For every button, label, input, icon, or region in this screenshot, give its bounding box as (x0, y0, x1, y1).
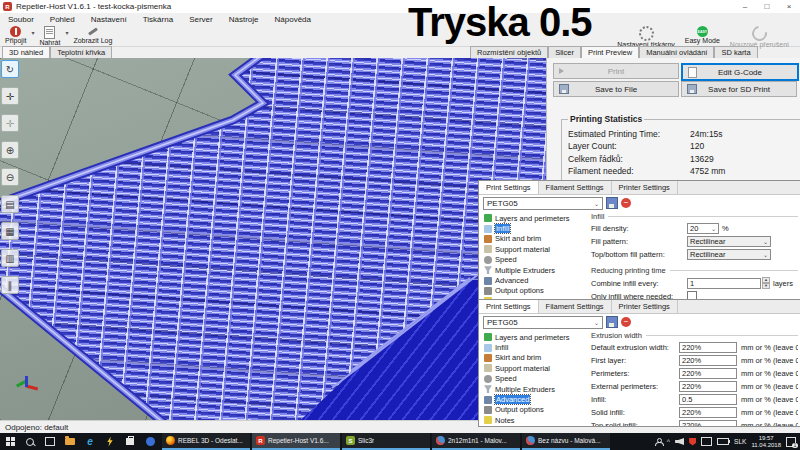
menu-soubor[interactable]: Soubor (0, 15, 42, 24)
task-view-icon[interactable] (40, 433, 60, 450)
fill-pattern-select[interactable]: Rectilinear ⌄ (687, 236, 771, 247)
save-preset-icon[interactable] (606, 316, 618, 328)
save-preset-icon[interactable] (606, 197, 618, 209)
tab-print-settings[interactable]: Print Settings (479, 181, 539, 194)
volume-icon[interactable] (675, 438, 684, 445)
taskbar-repetier-host[interactable]: R Repetier-Host V1.6... (252, 433, 340, 450)
tab-printer-settings[interactable]: Printer Settings (612, 181, 678, 194)
close-button[interactable]: × (778, 2, 800, 11)
spinner-buttons[interactable]: ▲ ▼ (762, 277, 770, 289)
tree-item-support[interactable]: Support material (484, 363, 590, 373)
tab-print-settings[interactable]: Print Settings (479, 300, 539, 313)
menu-tiskarna[interactable]: Tiskárna (135, 15, 181, 24)
show-hidden-icons[interactable]: ^ (667, 438, 670, 445)
tree-item-extruders[interactable]: Multiple Extruders (484, 265, 590, 275)
tab-manual-control[interactable]: Manuální ovládání (639, 46, 714, 58)
tree-item-layers[interactable]: Layers and perimeters (484, 213, 590, 223)
tool-move-object-button[interactable]: ✛ (1, 114, 19, 132)
menu-nastroje[interactable]: Nástroje (221, 15, 267, 24)
tree-item-output[interactable]: Output options (484, 405, 590, 415)
battery-icon[interactable] (717, 438, 729, 445)
menu-server[interactable]: Server (181, 15, 221, 24)
infill-width-input[interactable]: 0.5 (679, 394, 737, 405)
tab-sd-card[interactable]: SD karta (714, 46, 757, 58)
tree-item-extruders[interactable]: Multiple Extruders (484, 384, 590, 394)
tab-3d-view[interactable]: 3D náhled (2, 46, 50, 58)
tool-move-button[interactable]: ✛ (1, 87, 19, 105)
taskbar-paint-1[interactable]: 2n12m1n1 - Malov... (432, 433, 520, 450)
preset-select[interactable]: PETG05 ⌄ (483, 316, 603, 329)
tree-item-skirt[interactable]: Skirt and brim (484, 353, 590, 363)
save-to-file-button[interactable]: Save to File (553, 81, 679, 97)
notification-center-icon[interactable]: 1 (786, 437, 796, 447)
display-icon[interactable] (701, 437, 712, 446)
external-perimeters-input[interactable]: 220% (679, 381, 737, 392)
taskbar-slic3r[interactable]: S Slic3r (342, 433, 430, 450)
antivirus-icon[interactable] (689, 438, 696, 446)
tree-item-infill[interactable]: Infill (484, 223, 590, 233)
fill-density-combo[interactable]: 20 ⌄ (687, 223, 719, 234)
menu-pohled[interactable]: Pohled (42, 15, 83, 24)
tree-item-skirt[interactable]: Skirt and brim (484, 234, 590, 244)
tab-object-placement[interactable]: Rozmístění objektů (470, 46, 548, 58)
preset-select[interactable]: PETG05 ⌄ (483, 197, 603, 210)
tool-fit-view-button[interactable]: ∥ (1, 276, 19, 294)
tree-item-layers[interactable]: Layers and perimeters (484, 332, 590, 342)
delete-preset-icon[interactable]: − (621, 317, 631, 327)
language-indicator[interactable]: SLK (734, 438, 746, 445)
load-button[interactable]: Nahrát (34, 25, 65, 46)
winamp-icon[interactable] (100, 433, 120, 450)
tab-slicer[interactable]: Slicer (548, 46, 581, 58)
clock[interactable]: 19:57 11.04.2018 (751, 435, 781, 449)
search-icon[interactable] (20, 433, 40, 450)
pinned-app-icon[interactable] (140, 433, 160, 450)
tool-zoom-out-button[interactable]: ⊖ (1, 168, 19, 186)
tool-isometric-view-button[interactable]: ▤ (1, 195, 19, 213)
combine-infill-input[interactable]: 1 (687, 278, 761, 289)
tree-item-infill[interactable]: Infill (484, 342, 590, 352)
tree-item-advanced[interactable]: Advanced (484, 394, 590, 404)
people-icon[interactable] (655, 438, 662, 445)
tool-zoom-in-button[interactable]: ⊕ (1, 141, 19, 159)
edit-gcode-button[interactable]: Edit G-Code (681, 63, 799, 81)
taskbar-paint-2[interactable]: Bez názvu - Malová... (522, 433, 610, 450)
delete-preset-icon[interactable]: − (621, 198, 631, 208)
tree-item-speed[interactable]: Speed (484, 255, 590, 265)
file-explorer-icon[interactable] (60, 433, 80, 450)
show-log-button[interactable]: Zobrazit Log (68, 25, 117, 44)
tree-item-speed[interactable]: Speed (484, 374, 590, 384)
tree-item-notes[interactable]: Notes (484, 415, 590, 425)
edge-icon[interactable]: e (80, 433, 100, 450)
minimize-button[interactable]: – (734, 2, 756, 11)
maximize-button[interactable]: □ (756, 2, 778, 11)
easy-mode-button[interactable]: EASY Easy Mode (680, 25, 725, 44)
printer-settings-button[interactable]: Nastavení tiskárny (612, 25, 680, 48)
tab-printer-settings[interactable]: Printer Settings (612, 300, 678, 313)
tool-top-view-button[interactable]: ▥ (1, 249, 19, 267)
top-solid-infill-input[interactable]: 220% (679, 420, 737, 427)
tool-front-view-button[interactable]: ▦ (1, 222, 19, 240)
emergency-stop-button[interactable]: Nouzové přerušení (725, 25, 794, 48)
print-button[interactable]: Print (553, 63, 679, 79)
tab-filament-settings[interactable]: Filament Settings (539, 300, 612, 313)
tool-rotate-button[interactable]: ↻ (1, 60, 19, 78)
save-for-sd-button[interactable]: Save for SD Print (681, 81, 797, 97)
viewport-3d[interactable] (0, 58, 546, 420)
tab-filament-settings[interactable]: Filament Settings (539, 181, 612, 194)
connect-button[interactable]: Připojit (0, 25, 31, 44)
menu-nastaveni[interactable]: Nastavení (83, 15, 135, 24)
start-button[interactable] (0, 433, 20, 450)
menu-napoveda[interactable]: Nápověda (267, 15, 319, 24)
solid-infill-input[interactable]: 220% (679, 407, 737, 418)
top-bottom-pattern-select[interactable]: Rectilinear ⌄ (687, 249, 771, 260)
tab-print-preview[interactable]: Print Preview (581, 46, 639, 58)
tree-item-output[interactable]: Output options (484, 286, 590, 296)
default-extrusion-width-input[interactable]: 220% (679, 342, 737, 353)
perimeters-input[interactable]: 220% (679, 368, 737, 379)
store-icon[interactable] (120, 433, 140, 450)
first-layer-input[interactable]: 220% (679, 355, 737, 366)
tab-temperature-curve[interactable]: Teplotní křivka (50, 46, 112, 58)
tree-item-advanced[interactable]: Advanced (484, 275, 590, 285)
taskbar-firefox[interactable]: REBEL 3D - Odeslat... (162, 433, 250, 450)
tree-item-support[interactable]: Support material (484, 244, 590, 254)
